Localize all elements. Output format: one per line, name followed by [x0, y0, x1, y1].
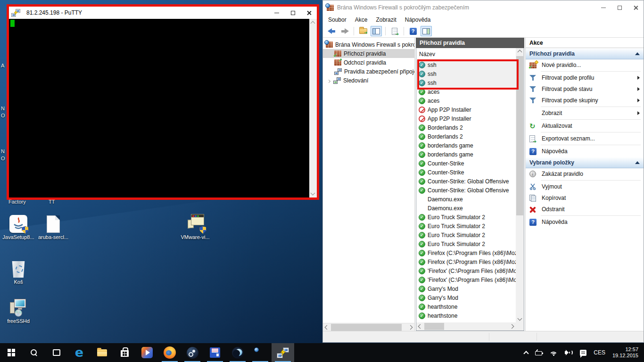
scroll-up-arrow[interactable]	[518, 50, 522, 55]
close-button[interactable]	[301, 7, 317, 19]
tree-item-pravidla-zabezpe-en-p-ipoje[interactable]: Pravidla zabezpečení připoje	[323, 67, 414, 76]
firewall-titlebar[interactable]: Brána Windows Firewall s pokročilým zabe…	[323, 0, 644, 15]
rule-row[interactable]: Counter-Strike: Global Offensive	[416, 177, 516, 186]
rules-vertical-scrollbar[interactable]	[516, 48, 524, 322]
collapse-icon[interactable]	[635, 52, 640, 55]
rule-row[interactable]: Firefox (C:\Program Files (x86)\Mozi	[416, 257, 516, 266]
rule-row[interactable]: Daemonu.exe	[416, 204, 516, 213]
toggle-action-pane-button[interactable]	[421, 26, 432, 36]
putty-titlebar[interactable]: 81.2.245.198 - PuTTY	[9, 7, 317, 19]
rule-row[interactable]: aces	[416, 87, 516, 96]
rule-row[interactable]: Counter-Strike	[416, 168, 516, 177]
scroll-up-arrow[interactable]	[311, 21, 315, 26]
rule-row[interactable]: Garry's Mod	[416, 284, 516, 293]
taskbar-clock[interactable]: 12:57 19.12.2015	[612, 346, 638, 359]
desktop-icon-aruba-sercl[interactable]: aruba-sercl...	[35, 212, 72, 240]
rule-row[interactable]: Borderlands 2	[416, 123, 516, 132]
action-kop-rovat[interactable]: Kopírovat	[526, 192, 644, 204]
scroll-left-arrow[interactable]	[325, 325, 330, 330]
rule-row[interactable]: Borderlands 2	[416, 132, 516, 141]
action-exportovat-seznam[interactable]: Exportovat seznam...	[526, 133, 644, 144]
rule-row[interactable]: Euro Truck Simulator 2	[416, 222, 516, 230]
taskbar-windows-firewall-button[interactable]	[249, 343, 272, 362]
taskbar-floppy-app-button[interactable]	[204, 343, 226, 362]
desktop-icon-vmware-vi[interactable]: VMware-vi...	[177, 212, 214, 240]
rule-row[interactable]: App P2P Installer	[416, 114, 516, 123]
rule-row[interactable]: borderlands game	[416, 150, 516, 159]
rule-row[interactable]: hearthstone	[416, 302, 516, 311]
battery-icon[interactable]	[535, 351, 542, 355]
action-n-pov-da[interactable]: Nápověda	[526, 146, 644, 157]
minimize-button[interactable]	[269, 7, 285, 19]
collapse-icon[interactable]	[635, 161, 640, 164]
taskbar-task-view-button[interactable]	[45, 343, 68, 362]
taskbar-putty-button[interactable]	[272, 343, 294, 362]
action-zobrazit[interactable]: Zobrazit	[526, 107, 644, 119]
taskbar-daemon-tools-button[interactable]	[226, 343, 249, 362]
scroll-left-arrow[interactable]	[418, 324, 423, 329]
taskbar-edge-button[interactable]	[68, 343, 91, 362]
rule-row[interactable]: Euro Truck Simulator 2	[416, 230, 516, 239]
taskbar-file-explorer-button[interactable]	[91, 343, 113, 362]
rule-row[interactable]: 'Firefox' (C:\Program Files (x86)\Mo:	[416, 275, 516, 284]
close-button[interactable]	[627, 0, 644, 15]
taskbar-start-button[interactable]	[0, 343, 23, 362]
tree-item-odchoz-pravidla[interactable]: ↗Odchozí pravidla	[323, 58, 414, 67]
rule-row[interactable]: Firefox (C:\Program Files (x86)\Mozi	[416, 248, 516, 257]
maximize-button[interactable]	[611, 0, 627, 15]
scrollbar-thumb[interactable]	[331, 324, 402, 331]
rule-row[interactable]: Daemonu.exe	[416, 195, 516, 204]
scroll-down-arrow[interactable]	[311, 191, 315, 196]
scroll-right-arrow[interactable]	[408, 325, 413, 330]
taskbar-firefox-button[interactable]	[158, 343, 181, 362]
desktop-icon-ko[interactable]: Koš	[0, 257, 37, 285]
scroll-down-arrow[interactable]	[518, 316, 522, 321]
action-odstranit[interactable]: Odstranit	[526, 204, 644, 215]
tray-chevron-up-icon[interactable]	[524, 351, 529, 356]
minimize-button[interactable]	[595, 0, 611, 15]
action-vyjmout[interactable]: Vyjmout	[526, 181, 644, 192]
language-indicator[interactable]: CES	[594, 349, 605, 356]
tree-root[interactable]: Brána Windows Firewall s pokro	[323, 40, 414, 49]
rule-row[interactable]: Euro Truck Simulator 2	[416, 239, 516, 248]
scrollbar-thumb[interactable]	[516, 56, 523, 215]
taskbar-steam-button[interactable]	[181, 343, 204, 362]
rule-row[interactable]: Counter-Strike: Global Offensive	[416, 186, 516, 195]
action-aktualizovat[interactable]: Aktualizovat	[526, 120, 644, 132]
rule-row[interactable]: App P2P Installer	[416, 105, 516, 114]
desktop-icon-javasetup8[interactable]: JavaSetup8...	[0, 212, 37, 240]
expand-chevron-icon[interactable]	[328, 77, 330, 84]
toggle-console-tree-button[interactable]	[371, 26, 382, 36]
action-zak-zat-pravidlo[interactable]: Zakázat pravidlo	[526, 168, 644, 180]
putty-scrollbar[interactable]	[309, 19, 317, 197]
column-header-name[interactable]: Název	[416, 48, 516, 60]
tree-item-p-choz-pravidla[interactable]: ↙Příchozí pravidla	[323, 49, 414, 58]
rule-row[interactable]: ssh	[416, 78, 516, 87]
menu-zobrazit[interactable]: Zobrazit	[372, 16, 400, 24]
taskbar-store-button[interactable]	[113, 343, 136, 362]
rule-row[interactable]: Euro Truck Simulator 2	[416, 213, 516, 222]
tree-horizontal-scrollbar[interactable]	[323, 323, 414, 331]
taskbar-search-button[interactable]	[23, 343, 45, 362]
action-filtrovat-podle-stavu[interactable]: Filtrovat podle stavu	[526, 83, 644, 95]
rule-row[interactable]: 'Firefox' (C:\Program Files (x86)\Mo:	[416, 266, 516, 275]
rule-row[interactable]: ssh	[416, 60, 516, 69]
rule-row[interactable]: aces	[416, 96, 516, 105]
volume-icon[interactable]	[565, 350, 573, 355]
back-button[interactable]	[326, 26, 337, 36]
rule-row[interactable]: Counter-Strike	[416, 159, 516, 168]
action-n-pov-da[interactable]: Nápověda	[526, 216, 644, 228]
rule-row[interactable]: borderlands game	[416, 141, 516, 150]
maximize-button[interactable]	[285, 7, 301, 19]
menu-n-pov-da[interactable]: Nápověda	[401, 16, 435, 24]
action-filtrovat-podle-profilu[interactable]: Filtrovat podle profilu	[526, 72, 644, 83]
rule-row[interactable]: ssh	[416, 69, 516, 78]
scroll-right-arrow[interactable]	[510, 324, 514, 329]
action-nov-pravidlo[interactable]: ↙Nové pravidlo...	[526, 59, 644, 71]
scrollbar-thumb[interactable]	[424, 323, 444, 330]
actions-section-p-choz-pravidla[interactable]: Příchozí pravidla	[526, 48, 644, 59]
action-center-icon[interactable]	[580, 350, 586, 356]
rule-row[interactable]: hearthstone	[416, 311, 516, 320]
menu-soubor[interactable]: Soubor	[324, 16, 351, 24]
action-filtrovat-podle-skupiny[interactable]: Filtrovat podle skupiny	[526, 95, 644, 106]
